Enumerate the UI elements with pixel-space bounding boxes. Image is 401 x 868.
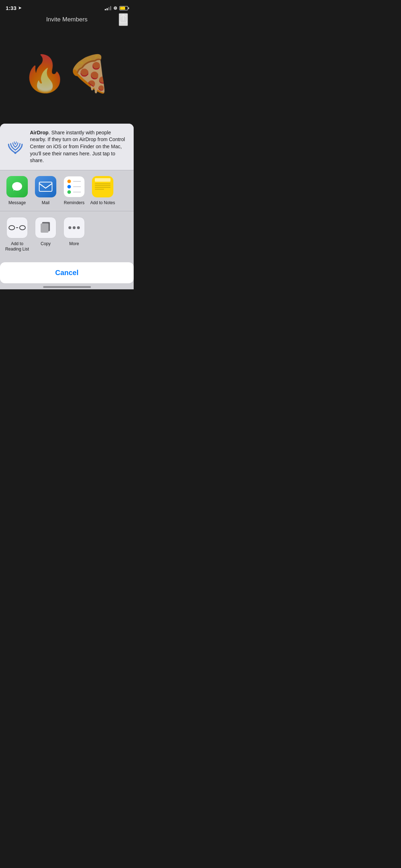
- notes-app-label: Add to Notes: [90, 200, 115, 205]
- mail-app-icon: [35, 176, 56, 197]
- copy-icon: [35, 217, 56, 238]
- glasses-bridge: [16, 227, 18, 228]
- app-item-mail[interactable]: Mail: [31, 176, 60, 205]
- action-item-reading-list[interactable]: Add toReading List: [3, 217, 31, 252]
- reminder-row-1: [67, 180, 81, 183]
- message-app-icon: [6, 176, 28, 197]
- glasses-lens-left: [9, 225, 15, 230]
- notes-icon-bg: [92, 176, 113, 197]
- reminders-app-label: Reminders: [64, 200, 84, 205]
- more-label: More: [69, 241, 79, 247]
- notes-line-2: [95, 185, 110, 186]
- actions-section: Add toReading List Copy: [0, 211, 134, 259]
- share-sheet-overlay: AirDrop. Share instantly with people nea…: [0, 0, 134, 289]
- notes-header-bar: [95, 178, 110, 182]
- home-bar: [43, 286, 91, 288]
- reminders-icon-inner: [64, 176, 84, 197]
- mail-app-label: Mail: [42, 200, 50, 205]
- app-item-notes[interactable]: Add to Notes: [88, 176, 117, 205]
- airdrop-icon: [6, 137, 25, 156]
- more-dot-3: [77, 226, 80, 229]
- airdrop-section[interactable]: AirDrop. Share instantly with people nea…: [0, 124, 134, 170]
- svg-rect-3: [39, 182, 52, 191]
- message-app-label: Message: [9, 200, 26, 205]
- svg-point-1: [12, 182, 22, 191]
- reminder-row-2: [67, 185, 81, 188]
- app-item-reminders[interactable]: Reminders: [60, 176, 88, 205]
- reading-list-label: Add toReading List: [5, 241, 29, 252]
- glasses-lens-right: [19, 225, 26, 230]
- app-item-message[interactable]: Message: [3, 176, 31, 205]
- cancel-button[interactable]: Cancel: [0, 262, 134, 283]
- cancel-section: Cancel: [0, 259, 134, 283]
- reminder-dot-blue: [67, 185, 71, 188]
- reminder-line-1: [73, 181, 81, 182]
- reading-list-icon: [6, 217, 28, 238]
- copy-page-front: [41, 223, 48, 233]
- airdrop-description: AirDrop. Share instantly with people nea…: [30, 129, 128, 164]
- more-icon: [63, 217, 85, 238]
- actions-row: Add toReading List Copy: [3, 217, 131, 252]
- reminders-app-icon: [63, 176, 85, 197]
- notes-line-1: [95, 184, 110, 184]
- reminder-dot-orange: [67, 180, 71, 183]
- home-indicator-bar: [0, 283, 134, 289]
- notes-line-4: [95, 189, 104, 190]
- svg-point-0: [14, 152, 16, 154]
- action-item-more[interactable]: More: [60, 217, 88, 252]
- more-dot-1: [68, 226, 71, 229]
- reminder-line-3: [73, 192, 81, 192]
- copy-label: Copy: [41, 241, 51, 247]
- more-dot-2: [73, 226, 76, 229]
- reminder-line-2: [73, 186, 81, 187]
- share-sheet: AirDrop. Share instantly with people nea…: [0, 124, 134, 259]
- apps-row: Message Mail: [3, 176, 131, 205]
- reminder-dot-green: [67, 190, 71, 194]
- glasses-icon: [9, 225, 26, 230]
- more-dots-icon: [68, 226, 80, 229]
- copy-icon-inner: [41, 222, 51, 233]
- notes-app-icon: [92, 176, 113, 197]
- apps-section: Message Mail: [0, 170, 134, 211]
- reminder-row-3: [67, 190, 81, 194]
- action-item-copy[interactable]: Copy: [31, 217, 60, 252]
- svg-rect-4: [39, 182, 52, 191]
- notes-line-3: [95, 187, 110, 188]
- airdrop-title: AirDrop: [30, 130, 48, 135]
